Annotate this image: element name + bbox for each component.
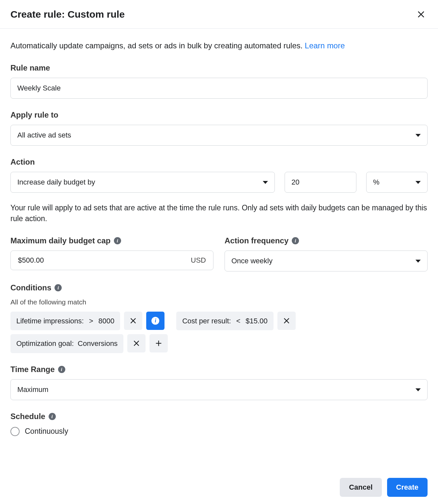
info-icon[interactable]: i xyxy=(292,237,299,244)
dialog-footer: Cancel Create xyxy=(0,471,438,504)
conditions-label-text: Conditions xyxy=(10,283,51,293)
condition-value: $15.00 xyxy=(245,316,267,326)
rule-name-label: Rule name xyxy=(10,63,428,73)
chevron-down-icon xyxy=(415,134,421,137)
action-amount-value: 20 xyxy=(291,177,299,187)
condition-metric: Lifetime impressions: xyxy=(16,316,84,326)
add-condition-button[interactable] xyxy=(149,334,168,352)
action-value-text: Increase daily budget by xyxy=(17,177,95,187)
condition-chip[interactable]: Cost per result: < $15.00 xyxy=(176,312,273,331)
dialog-body: Automatically update campaigns, ad sets … xyxy=(0,29,438,443)
chevron-down-icon xyxy=(415,181,421,184)
frequency-section: Action frequency i Once weekly xyxy=(225,236,428,271)
frequency-select[interactable]: Once weekly xyxy=(225,251,428,271)
radio-button[interactable] xyxy=(10,427,20,436)
apply-to-value: All active ad sets xyxy=(17,130,71,140)
rule-name-section: Rule name Weekly Scale xyxy=(10,63,428,99)
intro-text: Automatically update campaigns, ad sets … xyxy=(10,41,428,51)
time-range-label: Time Range i xyxy=(10,364,428,375)
info-icon[interactable]: i xyxy=(55,284,62,291)
chevron-down-icon xyxy=(415,260,421,263)
close-icon xyxy=(283,317,290,324)
chevron-down-icon xyxy=(415,388,421,391)
apply-to-label: Apply rule to xyxy=(10,110,428,120)
dialog-header: Create rule: Custom rule xyxy=(0,0,438,29)
budget-cap-value: $500.00 xyxy=(18,255,191,265)
action-label: Action xyxy=(10,157,428,167)
frequency-label: Action frequency i xyxy=(225,236,428,246)
plus-icon xyxy=(155,340,162,347)
time-range-select[interactable]: Maximum xyxy=(10,379,428,400)
budget-cap-currency: USD xyxy=(191,255,206,265)
condition-value: 8000 xyxy=(99,316,115,326)
conditions-row-2: Optimization goal: Conversions xyxy=(10,334,428,353)
remove-condition-button[interactable] xyxy=(127,334,146,352)
budget-cap-label: Maximum daily budget cap i xyxy=(10,236,213,246)
action-section: Action Increase daily budget by 20 % You… xyxy=(10,157,428,224)
close-icon xyxy=(417,10,425,19)
budget-cap-label-text: Maximum daily budget cap xyxy=(10,236,111,246)
rule-name-value: Weekly Scale xyxy=(17,83,61,93)
time-range-label-text: Time Range xyxy=(10,364,55,375)
create-button[interactable]: Create xyxy=(387,478,428,497)
action-help-text: Your rule will apply to ad sets that are… xyxy=(10,203,428,224)
apply-to-section: Apply rule to All active ad sets xyxy=(10,110,428,146)
intro-text-content: Automatically update campaigns, ad sets … xyxy=(10,41,305,50)
chevron-down-icon xyxy=(263,181,268,184)
conditions-row-1: Lifetime impressions: > 8000 i Cost per … xyxy=(10,312,428,331)
action-unit-value: % xyxy=(373,177,380,187)
conditions-section: Conditions i All of the following match … xyxy=(10,283,428,353)
info-icon[interactable]: i xyxy=(114,237,121,244)
info-icon[interactable]: i xyxy=(58,366,65,373)
condition-chip[interactable]: Lifetime impressions: > 8000 xyxy=(10,312,120,331)
condition-value: Conversions xyxy=(78,339,117,349)
budget-cap-input[interactable]: $500.00 USD xyxy=(10,251,213,270)
cancel-button[interactable]: Cancel xyxy=(340,478,382,497)
budget-frequency-row: Maximum daily budget cap i $500.00 USD A… xyxy=(10,236,428,271)
time-range-section: Time Range i Maximum xyxy=(10,364,428,400)
schedule-label-text: Schedule xyxy=(10,411,45,422)
condition-metric: Cost per result: xyxy=(182,316,231,326)
schedule-section: Schedule i Continuously xyxy=(10,411,428,436)
frequency-value: Once weekly xyxy=(231,256,273,266)
apply-to-select[interactable]: All active ad sets xyxy=(10,125,428,146)
schedule-option-label: Continuously xyxy=(25,426,68,436)
action-amount-input[interactable]: 20 xyxy=(285,172,356,193)
schedule-option-row[interactable]: Continuously xyxy=(10,426,428,436)
condition-metric: Optimization goal: xyxy=(16,339,74,349)
conditions-subtext: All of the following match xyxy=(10,298,428,307)
create-rule-dialog: Create rule: Custom rule Automatically u… xyxy=(0,0,438,504)
conditions-label: Conditions i xyxy=(10,283,428,293)
dialog-title: Create rule: Custom rule xyxy=(10,8,125,21)
close-icon xyxy=(133,340,140,347)
condition-op: > xyxy=(89,316,93,326)
close-button[interactable] xyxy=(415,8,428,21)
info-icon[interactable]: i xyxy=(49,413,56,420)
condition-info-button[interactable]: i xyxy=(146,312,164,330)
condition-chip[interactable]: Optimization goal: Conversions xyxy=(10,334,123,353)
action-select[interactable]: Increase daily budget by xyxy=(10,172,275,193)
remove-condition-button[interactable] xyxy=(277,312,296,330)
close-icon xyxy=(130,317,137,324)
spacer xyxy=(168,312,172,331)
time-range-value: Maximum xyxy=(17,385,48,395)
schedule-label: Schedule i xyxy=(10,411,428,422)
frequency-label-text: Action frequency xyxy=(225,236,289,246)
learn-more-link[interactable]: Learn more xyxy=(305,41,345,50)
rule-name-input[interactable]: Weekly Scale xyxy=(10,78,428,99)
action-unit-select[interactable]: % xyxy=(366,172,428,193)
remove-condition-button[interactable] xyxy=(124,312,142,330)
info-icon: i xyxy=(151,317,159,325)
budget-cap-section: Maximum daily budget cap i $500.00 USD xyxy=(10,236,213,271)
condition-op: < xyxy=(236,316,241,326)
